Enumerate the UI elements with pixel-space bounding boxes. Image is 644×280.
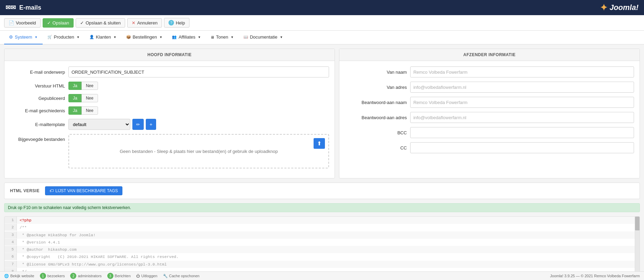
code-editor-scroll: 1 <?php 2 /** 3 * @package HikaShop for …	[4, 217, 640, 280]
nav-item-tonen[interactable]: 🖥 Tonen ▼	[206, 31, 238, 44]
tag-icon: 🏷	[50, 188, 54, 193]
main-info-panel: HOOFD INFORMATIE E-mail onderwerp Verstu…	[4, 49, 335, 178]
code-line-7: 7 * @license GNU/GPLv3 http://www.gnu.or…	[4, 261, 640, 268]
nav-item-klanten[interactable]: 👤 Klanten ▼	[85, 31, 121, 44]
person-icon: 👤	[89, 35, 94, 39]
edit-template-button[interactable]: ✏	[132, 119, 144, 130]
upload-area[interactable]: ⬆ Geen bestanden - Sleep & plaats hier u…	[68, 134, 329, 168]
email-subject-group: E-mail onderwerp	[10, 66, 329, 77]
code-content-4: * @version 4.4.1	[17, 239, 63, 246]
email-history-nee[interactable]: Nee	[81, 106, 98, 115]
beantwoord-naam-label: Beantwoord-aan naam	[345, 100, 407, 105]
code-content-1: <?php	[17, 217, 34, 224]
beantwoord-adres-input[interactable]	[410, 112, 634, 123]
plus-icon: +	[150, 122, 152, 127]
upload-icon: ⬆	[317, 141, 321, 146]
messages-item[interactable]: 3 Berichten	[107, 273, 131, 279]
code-line-1: 1 <?php	[4, 217, 640, 224]
cc-input[interactable]	[410, 142, 634, 153]
top-header: ✉ E-mails ✦ Joomla!	[0, 0, 644, 15]
email-subject-label: E-mail onderwerp	[10, 70, 65, 75]
caret-icon: ▼	[35, 35, 38, 39]
verstuur-html-toggle: Ja Nee	[68, 82, 98, 90]
cache-item[interactable]: 🔧 Cache opschonen	[163, 274, 200, 278]
email-icon: ✉	[6, 4, 16, 11]
globe-icon: 🌐	[4, 274, 9, 278]
add-template-button[interactable]: +	[146, 119, 156, 130]
website-item[interactable]: 🌐 Bekijk website	[4, 274, 34, 278]
gepubliceerd-nee[interactable]: Nee	[81, 94, 98, 102]
x-icon: ✕	[132, 20, 135, 25]
sender-info-panel: AFZENDER INFORMATIE Van naam Van adres B…	[339, 49, 640, 178]
code-content-3: * @package HikaShop for Joomla!	[17, 231, 98, 239]
gepubliceerd-group: Gepubliceerd Ja Nee	[10, 94, 329, 102]
save-close-button[interactable]: ✓ Opslaan & sluiten	[76, 18, 125, 28]
monitor-icon: 🖥	[210, 35, 214, 39]
code-content-7: * @license GNU/GPLv3 http://www.gnu.org/…	[17, 261, 170, 268]
beantwoord-naam-input[interactable]	[410, 97, 634, 108]
question-icon: ?	[168, 20, 174, 25]
admins-badge: 2	[70, 273, 76, 279]
line-number-4: 4	[4, 239, 17, 246]
tags-button[interactable]: 🏷 LIJST VAN BESCHIKBARE TAGS	[45, 186, 122, 195]
code-content-6: * @copyright (C) 2010-2021 HIKARI SOFTWA…	[17, 253, 181, 260]
email-history-label: E-mail geschiedenis	[10, 108, 65, 113]
attachments-label: Bijgevoegde bestanden	[10, 134, 65, 142]
toolbar: 📄 Voorbeeld ✓ Opslaan ✓ Opslaan & sluite…	[0, 15, 644, 31]
html-versie-label: HTML VERSIE	[10, 188, 40, 193]
cart-icon: 🛒	[47, 35, 52, 39]
caret-icon-5: ▼	[198, 35, 201, 39]
status-bar: 🌐 Bekijk website 1 bezoekers 2 administr…	[0, 271, 644, 280]
line-number-2: 2	[4, 224, 17, 231]
nav-item-bestellingen[interactable]: 📦 Bestellingen ▼	[121, 31, 167, 44]
nav-item-producten[interactable]: 🛒 Producten ▼	[43, 31, 85, 44]
caret-icon-4: ▼	[160, 35, 163, 39]
page-title-area: ✉ E-mails	[6, 4, 41, 11]
joomla-star-icon: ✦	[600, 2, 608, 13]
logout-item[interactable]: ⏻ Uitloggen	[136, 274, 157, 278]
nav-item-affiliates[interactable]: 👥 Affiliates ▼	[167, 31, 206, 44]
sender-panel-heading: AFZENDER INFORMATIE	[339, 49, 640, 61]
beantwoord-naam-group: Beantwoord-aan naam	[345, 97, 634, 108]
bcc-input[interactable]	[410, 127, 634, 138]
messages-badge: 3	[107, 273, 113, 279]
caret-icon-7: ▼	[280, 35, 283, 39]
caret-icon-2: ▼	[77, 35, 80, 39]
email-template-label: E-mailtemplate	[10, 122, 65, 127]
scroll-thumb[interactable]	[635, 217, 640, 230]
nav-item-documentatie[interactable]: 📖 Documentatie ▼	[239, 31, 288, 44]
gepubliceerd-toggle: Ja Nee	[68, 94, 98, 102]
van-adres-input[interactable]	[410, 82, 634, 93]
code-content-5: * @author hikashop.com	[17, 246, 79, 253]
email-subject-input[interactable]	[68, 66, 329, 77]
verstuur-html-ja[interactable]: Ja	[68, 82, 82, 90]
caret-icon-6: ▼	[231, 35, 234, 39]
verstuur-html-nee[interactable]: Nee	[81, 82, 98, 90]
email-history-group: E-mail geschiedenis Ja Nee	[10, 106, 329, 115]
upload-text: Geen bestanden - Sleep & plaats hier uw …	[120, 149, 278, 154]
admins-item[interactable]: 2 administrators	[70, 273, 101, 279]
line-number-3: 3	[4, 231, 17, 238]
preview-button[interactable]: 📄 Voorbeeld	[4, 18, 41, 28]
cc-group: CC	[345, 142, 634, 153]
cancel-button[interactable]: ✕ Annuleren	[127, 18, 162, 28]
template-select[interactable]: default	[68, 119, 130, 130]
line-number-1: 1	[4, 217, 17, 224]
gepubliceerd-label: Gepubliceerd	[10, 96, 65, 101]
line-number-6: 6	[4, 253, 17, 260]
wrench-icon: ⚙	[9, 34, 13, 40]
van-naam-input[interactable]	[410, 66, 634, 77]
upload-button[interactable]: ⬆	[314, 138, 325, 149]
code-editor[interactable]: 1 <?php 2 /** 3 * @package HikaShop for …	[4, 216, 640, 280]
email-history-ja[interactable]: Ja	[68, 106, 82, 115]
help-button[interactable]: ? Help	[164, 18, 189, 28]
nav-item-systeem[interactable]: ⚙ Systeem ▼	[4, 31, 43, 44]
book-icon: 📖	[243, 35, 248, 39]
save-button[interactable]: ✓ Opslaan	[43, 18, 74, 28]
scroll-indicator[interactable]	[635, 217, 640, 280]
van-adres-label: Van adres	[345, 85, 407, 90]
visitors-item[interactable]: 1 bezoekers	[40, 273, 65, 279]
main-panel-body: E-mail onderwerp Verstuur HTML Ja Nee Ge…	[4, 61, 335, 178]
gepubliceerd-ja[interactable]: Ja	[68, 94, 82, 102]
bcc-label: BCC	[345, 130, 407, 135]
